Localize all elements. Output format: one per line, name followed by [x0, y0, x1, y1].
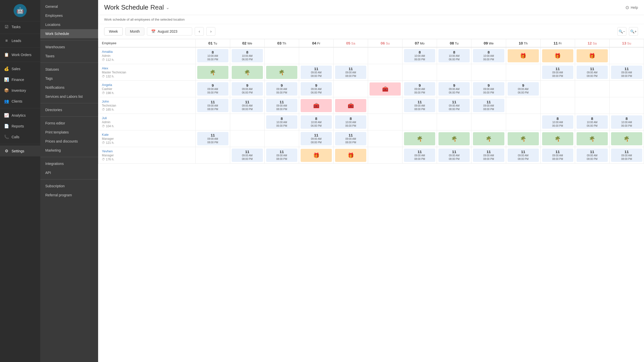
zoom-in-button[interactable]: 🔍+ [629, 27, 638, 36]
schedule-cell[interactable] [471, 64, 506, 81]
schedule-cell[interactable] [368, 47, 403, 64]
schedule-cell[interactable] [506, 97, 540, 114]
schedule-cell[interactable]: 🌴 [506, 130, 540, 147]
schedule-cell[interactable] [437, 64, 471, 81]
schedule-cell[interactable]: 1109:00 AM08:00 PM [471, 97, 506, 114]
schedule-cell[interactable]: 810:00 AM06:00 PM [334, 114, 368, 130]
schedule-cell[interactable] [540, 81, 575, 97]
schedule-cell[interactable]: 909:00 AM06:00 PM [264, 81, 299, 97]
schedule-cell[interactable] [368, 64, 403, 81]
schedule-cell[interactable]: 🎁 [299, 147, 333, 164]
schedule-cell[interactable]: 909:00 AM06:00 PM [299, 81, 333, 97]
schedule-cell[interactable] [195, 114, 230, 130]
schedule-cell[interactable]: 🌴 [264, 64, 299, 81]
schedule-cell[interactable]: 909:00 AM06:00 PM [506, 81, 540, 97]
schedule-cell[interactable]: 🌴 [437, 130, 471, 147]
schedule-cell[interactable]: 🎁 [506, 47, 540, 64]
sidebar-item-services-labors[interactable]: Services and Labors list [40, 92, 98, 101]
schedule-cell[interactable] [264, 47, 299, 64]
schedule-cell[interactable]: 1109:00 AM08:00 PM [195, 130, 230, 147]
week-tab[interactable]: Week [104, 27, 123, 35]
sidebar-item-print-templates[interactable]: Print templates [40, 128, 98, 137]
schedule-cell[interactable]: 1109:00 AM08:00 PM [471, 147, 506, 164]
schedule-cell[interactable]: 🌴 [195, 64, 230, 81]
sidebar-item-integrations[interactable]: Integrations [40, 159, 98, 168]
schedule-cell[interactable] [403, 64, 437, 81]
schedule-cell[interactable]: 1109:00 AM08:00 PM [299, 130, 333, 147]
sidebar-item-api[interactable]: API [40, 168, 98, 177]
schedule-cell[interactable]: 909:00 AM06:00 PM [471, 81, 506, 97]
schedule-cell[interactable]: 1109:00 AM08:00 PM [334, 130, 368, 147]
schedule-cell[interactable]: 1109:00 AM08:00 PM [334, 64, 368, 81]
schedule-cell[interactable] [195, 147, 230, 164]
prev-arrow[interactable]: ‹ [195, 27, 204, 36]
sidebar-item-prices-discounts[interactable]: Prices and discounts [40, 137, 98, 146]
schedule-cell[interactable] [368, 147, 403, 164]
nav-item-settings[interactable]: ⚙ Settings [0, 146, 40, 156]
month-tab[interactable]: Month [125, 27, 145, 35]
schedule-cell[interactable]: 1109:00 AM08:00 PM [540, 64, 575, 81]
schedule-cell[interactable]: 810:00 AM06:00 PM [609, 114, 644, 130]
nav-item-inventory[interactable]: 📦 Inventory [0, 85, 40, 96]
sidebar-item-tags[interactable]: Tags [40, 74, 98, 83]
sidebar-item-subscription[interactable]: Subscription [40, 182, 98, 191]
employee-name[interactable]: Juli [102, 116, 192, 120]
schedule-cell[interactable]: 1109:00 AM08:00 PM [540, 147, 575, 164]
schedule-cell[interactable]: 🌴 [575, 130, 609, 147]
schedule-cell[interactable]: 🌴 [540, 130, 575, 147]
sidebar-item-locations[interactable]: Locations [40, 20, 98, 29]
nav-item-work-orders[interactable]: 📋 Work Orders [0, 49, 40, 60]
schedule-cell[interactable] [368, 114, 403, 130]
schedule-cell[interactable]: 810:00 AM06:00 PM [230, 47, 264, 64]
schedule-cell[interactable]: 1109:00 AM08:00 PM [264, 97, 299, 114]
schedule-cell[interactable]: 🌴 [230, 64, 264, 81]
schedule-cell[interactable]: 1109:00 AM08:00 PM [575, 64, 609, 81]
schedule-cell[interactable]: 1109:00 AM08:00 PM [403, 97, 437, 114]
title-dropdown-arrow[interactable]: ⌄ [166, 5, 170, 10]
schedule-cell[interactable] [506, 114, 540, 130]
employee-name[interactable]: Angela [102, 83, 192, 87]
nav-item-calls[interactable]: 📞 Calls [0, 131, 40, 142]
schedule-cell[interactable]: 810:00 AM06:00 PM [299, 114, 333, 130]
sidebar-item-referral[interactable]: Referral program [40, 191, 98, 200]
employee-name[interactable]: John [102, 100, 192, 103]
schedule-cell[interactable]: 🎁 [334, 147, 368, 164]
schedule-cell[interactable]: 810:00 AM06:00 PM [471, 47, 506, 64]
nav-item-tasks[interactable]: ☑ Tasks [0, 21, 40, 32]
help-button[interactable]: ⊙ Help [625, 5, 638, 10]
next-arrow[interactable]: › [206, 27, 215, 36]
sidebar-item-notifications[interactable]: Notifications [40, 83, 98, 92]
schedule-cell[interactable]: 1109:00 AM08:00 PM [230, 147, 264, 164]
schedule-cell[interactable]: 1109:00 AM08:00 PM [230, 97, 264, 114]
nav-item-leads[interactable]: ≡ Leads [0, 35, 40, 46]
schedule-cell[interactable]: 909:00 AM06:00 PM [403, 81, 437, 97]
schedule-cell[interactable]: 🧰 [299, 97, 333, 114]
schedule-cell[interactable] [609, 47, 644, 64]
schedule-cell[interactable] [471, 114, 506, 130]
schedule-cell[interactable]: 909:00 AM06:00 PM [437, 81, 471, 97]
schedule-cell[interactable]: 810:00 AM06:00 PM [437, 47, 471, 64]
nav-item-analytics[interactable]: 📈 Analytics [0, 110, 40, 121]
schedule-cell[interactable]: 🎁 [540, 47, 575, 64]
schedule-cell[interactable] [575, 81, 609, 97]
schedule-cell[interactable] [368, 97, 403, 114]
schedule-cell[interactable] [264, 130, 299, 147]
schedule-cell[interactable]: 🌴 [471, 130, 506, 147]
zoom-out-button[interactable]: 🔍− [617, 27, 626, 36]
schedule-cell[interactable]: 🧰 [368, 81, 403, 97]
schedule-cell[interactable] [299, 47, 333, 64]
schedule-cell[interactable]: 810:00 AM06:00 PM [264, 114, 299, 130]
schedule-cell[interactable]: 810:00 AM06:00 PM [403, 47, 437, 64]
sidebar-item-work-schedule[interactable]: Work Schedule [40, 29, 98, 38]
schedule-cell[interactable]: 810:00 AM06:00 PM [575, 114, 609, 130]
schedule-cell[interactable]: 1109:00 AM08:00 PM [609, 64, 644, 81]
sidebar-item-warehouses[interactable]: Warehouses [40, 42, 98, 52]
schedule-cell[interactable]: 🌴 [609, 130, 644, 147]
schedule-cell[interactable]: 1109:00 AM08:00 PM [403, 147, 437, 164]
schedule-cell[interactable]: 1109:00 AM08:00 PM [575, 147, 609, 164]
schedule-cell[interactable] [230, 114, 264, 130]
schedule-cell[interactable]: 909:00 AM06:00 PM [195, 81, 230, 97]
schedule-cell[interactable]: 810:00 AM06:00 PM [195, 47, 230, 64]
schedule-cell[interactable]: 1109:00 AM08:00 PM [195, 97, 230, 114]
date-picker-button[interactable]: 📅 August 2023 [147, 27, 192, 35]
